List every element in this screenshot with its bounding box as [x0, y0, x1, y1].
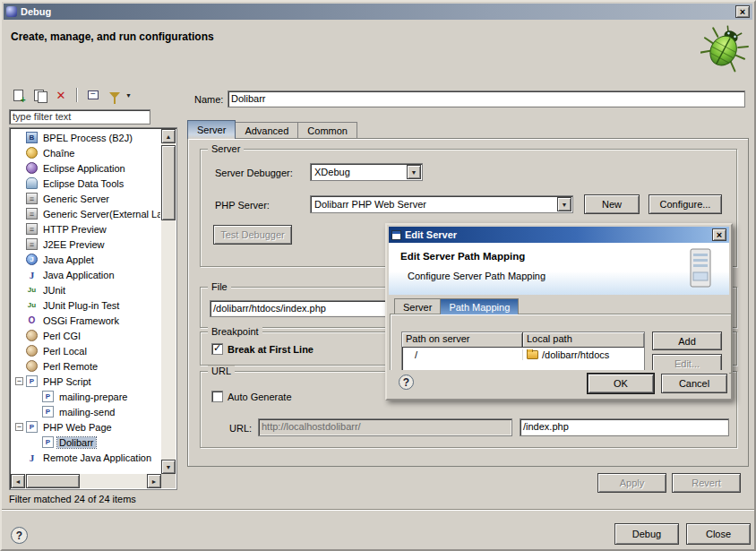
tree-vertical-scrollbar[interactable]: ▲ ▼ [161, 129, 176, 474]
java-applet-icon [26, 254, 38, 265]
add-mapping-button[interactable]: Add [652, 331, 722, 350]
debug-button[interactable]: Debug [614, 523, 679, 545]
php-file-icon [42, 406, 54, 418]
osgi-icon [26, 314, 38, 326]
tree-item-label: Dolibarr [57, 437, 96, 448]
perl-icon [26, 360, 38, 372]
tree-item-eclipse-data-tools[interactable]: Eclipse Data Tools [12, 176, 160, 191]
junit-icon [26, 284, 38, 296]
tree-item-osgi-framework[interactable]: OSGi Framework [12, 313, 160, 328]
breakpoint-group-title: Breakpoint [208, 326, 262, 337]
dialog-help-button[interactable]: ? [399, 375, 414, 390]
tree-horizontal-scrollbar[interactable]: ◄ ► [11, 474, 161, 488]
php-file-icon [42, 391, 54, 402]
folder-icon [527, 350, 538, 359]
tree-item-label: mailing-prepare [57, 392, 129, 402]
collapse-all-button[interactable] [84, 86, 102, 104]
help-button[interactable]: ? [11, 527, 28, 544]
close-icon[interactable]: × [735, 5, 750, 18]
new-configuration-button[interactable] [9, 86, 27, 104]
name-input[interactable]: Dolibarr [228, 90, 745, 108]
url-path-input[interactable]: /index.php [520, 418, 729, 436]
break-at-first-line-checkbox[interactable] [211, 343, 223, 355]
revert-button[interactable]: Revert [672, 473, 741, 493]
tree-item-bpel-process-b2j[interactable]: BPEL Process (B2J) [12, 130, 160, 145]
path-mapping-row[interactable]: //dolibarr/htdocs [402, 348, 644, 361]
bpel-process-icon [26, 132, 38, 143]
close-button[interactable]: Close [686, 523, 751, 545]
filter-menu-chevron-icon[interactable]: ▼ [125, 92, 132, 99]
tree-item-mailing-send[interactable]: mailing-send [12, 404, 160, 419]
scroll-left-icon[interactable]: ◄ [11, 474, 25, 488]
tree-item-remote-java-application[interactable]: Remote Java Application [12, 450, 160, 465]
tree-item-mailing-prepare[interactable]: mailing-prepare [12, 389, 160, 404]
tree-item-junit-plug-in-test[interactable]: JUnit Plug-in Test [12, 297, 160, 313]
php-server-select[interactable]: Dolibarr PHP Web Server ▼ [310, 195, 573, 213]
eclipse-data-tools-icon [26, 177, 38, 189]
apply-button[interactable]: Apply [597, 473, 666, 493]
scrollbar-corner [161, 474, 176, 488]
tree-item-j2ee-preview[interactable]: J2EE Preview [12, 237, 160, 252]
tab-server[interactable]: Server [187, 120, 236, 139]
tree-item-label: Perl CGI [41, 331, 82, 341]
php-file-icon [42, 436, 54, 448]
path-mapping-table: Path on server Local path //dolibarr/htd… [401, 331, 645, 372]
tree-item-cha-ne[interactable]: Chaîne [12, 145, 160, 160]
tree-item-generic-server[interactable]: Generic Server [12, 191, 160, 206]
generic-server-icon [26, 208, 38, 220]
vertical-scroll-thumb[interactable] [161, 145, 176, 220]
ok-button[interactable]: OK [588, 374, 654, 393]
perl-icon [26, 330, 38, 341]
filter-button[interactable] [106, 86, 124, 104]
delete-configuration-button[interactable]: ✕ [52, 86, 70, 104]
column-header-local-path[interactable]: Local path [523, 332, 644, 348]
dialog-close-icon[interactable]: × [712, 228, 726, 241]
collapse-toggle-icon[interactable]: − [15, 377, 23, 385]
chevron-down-icon[interactable]: ▼ [557, 197, 571, 211]
scroll-right-icon[interactable]: ► [147, 474, 161, 488]
tree-item-label: Generic Server(External La [41, 209, 160, 220]
tree-item-php-web-page[interactable]: −PHP Web Page [12, 419, 160, 435]
tree-item-perl-cgi[interactable]: Perl CGI [12, 328, 160, 343]
cancel-button[interactable]: Cancel [661, 374, 727, 393]
tree-item-perl-local[interactable]: Perl Local [12, 343, 160, 358]
filter-input[interactable]: type filter text [9, 109, 150, 125]
window-icon [6, 6, 17, 17]
tree-item-label: BPEL Process (B2J) [41, 133, 134, 143]
server-debugger-select[interactable]: XDebug ▼ [310, 163, 423, 181]
url-base-input[interactable]: http://localhostdolibarr/ [258, 418, 512, 436]
tree-item-http-preview[interactable]: HTTP Preview [12, 221, 160, 237]
dialog-tab-server[interactable]: Server [394, 298, 441, 314]
php-server-label: PHP Server: [215, 200, 270, 211]
horizontal-scroll-thumb[interactable] [26, 474, 80, 488]
tab-common[interactable]: Common [297, 122, 357, 139]
tree-item-dolibarr[interactable]: Dolibarr [12, 435, 160, 450]
tree-item-label: Eclipse Data Tools [41, 178, 125, 189]
auto-generate-checkbox[interactable] [211, 391, 223, 402]
toolbar-separator [76, 88, 78, 102]
java-application-icon [26, 269, 38, 280]
tab-advanced[interactable]: Advanced [235, 122, 298, 139]
php-server-value: Dolibarr PHP Web Server [314, 199, 426, 210]
tree-item-generic-server-external-la[interactable]: Generic Server(External La [12, 206, 160, 221]
tree-item-junit[interactable]: JUnit [12, 282, 160, 297]
tree-item-eclipse-application[interactable]: Eclipse Application [12, 160, 160, 176]
new-server-button[interactable]: New [584, 194, 640, 214]
chevron-down-icon[interactable]: ▼ [407, 165, 421, 179]
tree-item-perl-remote[interactable]: Perl Remote [12, 358, 160, 374]
tree-item-label: Chaîne [41, 148, 76, 159]
tree-item-java-application[interactable]: Java Application [12, 267, 160, 282]
dialog-tab-path-mapping[interactable]: Path Mapping [440, 298, 519, 314]
window-titlebar[interactable]: Debug × [4, 4, 752, 20]
tree-item-java-applet[interactable]: Java Applet [12, 252, 160, 267]
test-debugger-button[interactable]: Test Debugger [213, 225, 292, 245]
configuration-tree-box: BPEL Process (B2J)ChaîneEclipse Applicat… [9, 127, 177, 490]
tree-item-php-script[interactable]: −PHP Script [12, 374, 160, 389]
collapse-toggle-icon[interactable]: − [15, 423, 23, 431]
configure-server-button[interactable]: Configure... [649, 194, 722, 214]
duplicate-configuration-button[interactable] [30, 86, 48, 104]
dialog-titlebar[interactable]: Edit Server × [389, 227, 729, 243]
column-header-path-on-server[interactable]: Path on server [402, 332, 523, 348]
scroll-down-icon[interactable]: ▼ [161, 460, 176, 474]
scroll-up-icon[interactable]: ▲ [161, 129, 176, 143]
